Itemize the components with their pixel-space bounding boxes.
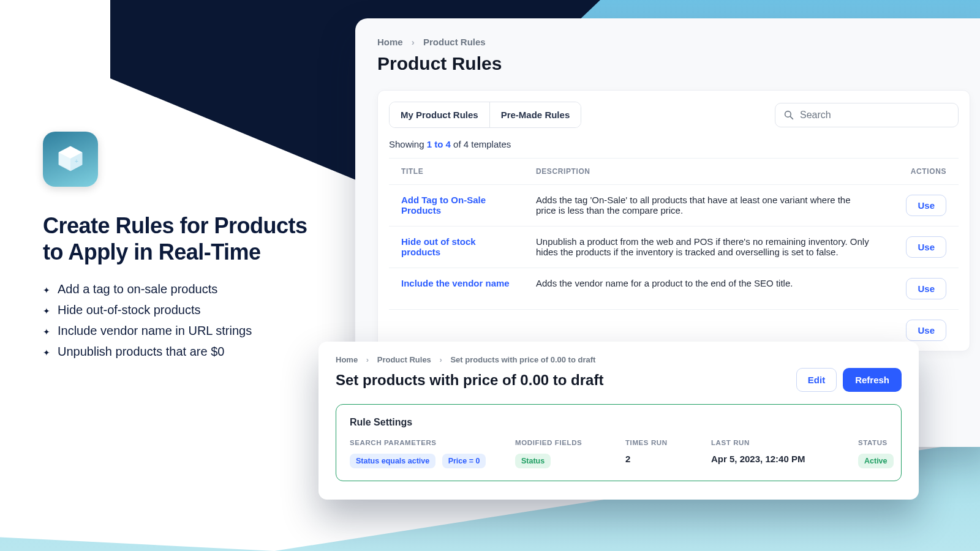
label-modified-fields: MODIFIED FIELDS [515,439,601,446]
rule-link[interactable]: Add Tag to On-Sale Products [401,195,511,216]
svg-text:+: + [75,158,78,165]
chevron-right-icon: › [366,355,369,364]
label-last-run: LAST RUN [711,439,834,446]
rule-title-heading: Set products with price of 0.00 to draft [336,372,603,389]
col-actions: ACTIONS [885,159,959,185]
rule-desc: Adds the vendor name for a product to th… [524,268,885,310]
chevron-right-icon: › [439,355,442,364]
app-logo-tile: + [43,132,98,187]
crumb-home[interactable]: Home [377,37,403,47]
use-button[interactable]: Use [906,236,946,258]
last-run-value: Apr 5, 2023, 12:40 PM [711,454,834,464]
breadcrumb: Home › Product Rules [377,37,970,47]
use-button[interactable]: Use [906,195,946,216]
chevron-right-icon: › [412,37,415,47]
promo-bullet: Add a tag to on-sale products [43,279,325,299]
times-run-value: 2 [625,454,687,464]
showing-count: Showing 1 to 4 of 4 templates [389,139,959,149]
col-title: TITLE [389,159,524,185]
crumb-section[interactable]: Product Rules [423,37,486,47]
search-input[interactable]: Search [775,103,959,127]
label-search-params: SEARCH PARAMETERS [350,439,491,446]
table-row: Hide out of stock products Unpublish a p… [389,227,959,268]
rule-desc: Unpublish a product from the web and POS… [524,227,885,268]
tab-premade-rules[interactable]: Pre-Made Rules [489,102,581,127]
promo-bullet: Unpublish products that are $0 [43,341,325,362]
promo-bullet: Include vendor name in URL strings [43,320,325,341]
col-description: DESCRIPTION [524,159,885,185]
rules-tabs: My Product Rules Pre-Made Rules [389,102,581,128]
rule-link[interactable]: Include the vendor name [401,278,510,288]
crumb-current: Set products with price of 0.00 to draft [450,355,595,364]
crumb-home[interactable]: Home [336,355,358,364]
promo-headline: Create Rules for Products to Apply in Re… [43,212,325,265]
label-times-run: TIMES RUN [625,439,687,446]
search-pill: Price = 0 [442,454,486,468]
tab-my-rules[interactable]: My Product Rules [390,102,489,127]
promo-bullet: Hide out-of-stock products [43,299,325,320]
use-button[interactable]: Use [906,278,946,299]
table-row: Include the vendor name Adds the vendor … [389,268,959,310]
svg-line-5 [790,116,793,119]
use-button[interactable]: Use [906,320,946,341]
page-title: Product Rules [377,53,970,74]
rule-link[interactable]: Hide out of stock products [401,236,511,257]
rule-settings-card: Rule Settings SEARCH PARAMETERS Status e… [336,404,902,481]
refresh-button[interactable]: Refresh [843,368,902,392]
rule-detail-page: Home › Product Rules › Set products with… [318,342,919,500]
search-pill: Status equals active [350,454,435,468]
breadcrumb: Home › Product Rules › Set products with… [336,355,902,364]
rules-table: TITLE DESCRIPTION ACTIONS Add Tag to On-… [389,158,959,351]
promo-bullets: Add a tag to on-sale products Hide out-o… [43,279,325,362]
rule-desc: Adds the tag 'On-Sale' to all products t… [524,185,885,227]
search-icon [784,110,794,120]
status-badge: Active [858,454,894,468]
edit-button[interactable]: Edit [796,368,837,392]
label-status: STATUS [858,439,913,446]
svg-point-4 [785,111,791,117]
table-row: Add Tag to On-Sale Products Adds the tag… [389,185,959,227]
modified-pill: Status [515,454,551,468]
cube-icon: + [55,144,86,174]
settings-heading: Rule Settings [350,417,888,428]
crumb-rules[interactable]: Product Rules [377,355,431,364]
